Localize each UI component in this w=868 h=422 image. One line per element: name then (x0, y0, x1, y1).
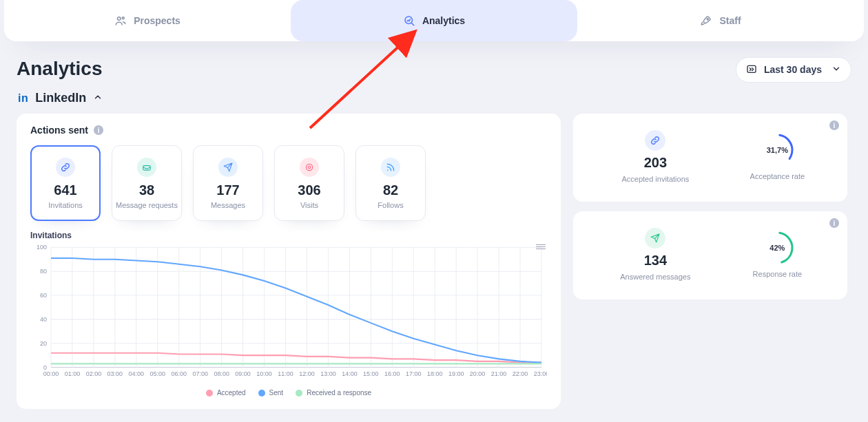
section-title: Actions sent (30, 125, 88, 136)
info-icon[interactable]: i (829, 120, 839, 130)
rss-icon (381, 158, 400, 177)
svg-text:16:00: 16:00 (384, 370, 400, 377)
svg-text:09:00: 09:00 (235, 370, 251, 377)
legend-swatch (206, 390, 213, 397)
legend-label: Accepted (217, 389, 246, 397)
date-filter-label: Last 30 days (764, 64, 822, 75)
rate-ring: 42% (759, 230, 795, 266)
info-icon[interactable]: i (829, 218, 839, 228)
svg-point-1 (122, 17, 124, 19)
legend-label: Sent (269, 389, 284, 397)
legend-swatch (258, 390, 265, 397)
chart-menu-icon[interactable] (536, 244, 546, 249)
legend-item[interactable]: Accepted (206, 389, 246, 397)
svg-text:13:00: 13:00 (320, 370, 336, 377)
rate-percent: 42% (759, 230, 795, 266)
svg-text:05:00: 05:00 (150, 370, 166, 377)
svg-text:23:00: 23:00 (534, 370, 547, 377)
rate-ring: 31,7% (759, 132, 795, 168)
kpi-label: Answered messages (620, 273, 690, 281)
tab-label: Staff (719, 15, 741, 26)
svg-text:40: 40 (40, 316, 47, 323)
stat-cards-row: 641Invitations38Message requests177Messa… (30, 145, 547, 221)
svg-point-0 (118, 17, 121, 21)
svg-text:19:00: 19:00 (448, 370, 464, 377)
stat-label: Messages (211, 201, 245, 209)
stat-label: Message requests (116, 201, 178, 209)
svg-text:03:00: 03:00 (107, 370, 123, 377)
stat-card-visits[interactable]: 306Visits (274, 145, 344, 221)
svg-text:20: 20 (40, 340, 47, 347)
svg-text:22:00: 22:00 (513, 370, 528, 377)
legend-item[interactable]: Received a response (296, 389, 371, 397)
svg-text:12:00: 12:00 (299, 370, 315, 377)
linkedin-icon: in (18, 92, 28, 105)
svg-text:11:00: 11:00 (278, 370, 293, 377)
stat-value: 177 (216, 182, 239, 198)
svg-text:100: 100 (37, 244, 47, 251)
stat-card-invitations[interactable]: 641Invitations (30, 145, 101, 221)
svg-text:07:00: 07:00 (192, 370, 208, 377)
send-icon (218, 158, 238, 177)
svg-text:21:00: 21:00 (491, 370, 507, 377)
info-icon[interactable]: i (94, 125, 103, 135)
svg-rect-4 (747, 65, 756, 72)
svg-point-8 (387, 169, 389, 171)
invitations-chart: 02040608010000:0001:0002:0003:0004:0005:… (30, 243, 547, 388)
kpi-card-answered: i134Answered messages42%Response rate (573, 211, 847, 299)
kpi-sidebar: i203Accepted invitations31,7%Acceptance … (573, 114, 847, 299)
tab-label: Analytics (422, 15, 465, 26)
legend-item[interactable]: Sent (258, 389, 284, 397)
rate-label: Acceptance rate (750, 172, 805, 180)
chart-title: Invitations (30, 231, 547, 240)
tab-label: Prospects (134, 15, 180, 26)
network-collapse-header[interactable]: in LinkedIn (18, 91, 851, 105)
date-filter-button[interactable]: Last 30 days (736, 57, 851, 83)
svg-text:02:00: 02:00 (86, 370, 102, 377)
svg-point-6 (306, 164, 312, 170)
people-icon (114, 14, 127, 27)
chevron-down-icon (831, 64, 841, 76)
svg-text:00:00: 00:00 (43, 370, 59, 377)
svg-text:20:00: 20:00 (470, 370, 486, 377)
tab-prospects[interactable]: Prospects (4, 0, 291, 41)
tab-staff[interactable]: Staff (577, 0, 864, 41)
stat-value: 641 (54, 182, 76, 198)
svg-text:60: 60 (40, 292, 47, 299)
svg-text:14:00: 14:00 (342, 370, 358, 377)
stat-value: 306 (298, 182, 320, 198)
stat-label: Visits (300, 201, 318, 209)
search-chart-icon (403, 14, 415, 27)
network-name: LinkedIn (35, 91, 86, 105)
rocket-icon (700, 14, 712, 27)
svg-point-3 (707, 19, 709, 20)
chart-legend: AcceptedSentReceived a response (30, 389, 547, 397)
stat-card-message_requests[interactable]: 38Message requests (112, 145, 182, 221)
kpi-value: 134 (644, 253, 667, 268)
rate-percent: 31,7% (759, 132, 795, 168)
legend-label: Received a response (307, 389, 371, 397)
stat-label: Invitations (48, 201, 83, 209)
chevron-up-icon (93, 91, 103, 105)
rate-label: Response rate (753, 270, 803, 278)
svg-point-7 (308, 166, 311, 169)
kpi-label: Accepted invitations (621, 175, 689, 183)
svg-text:15:00: 15:00 (363, 370, 379, 377)
kpi-value: 203 (644, 155, 667, 171)
stat-label: Follows (378, 201, 403, 209)
stat-value: 38 (139, 182, 154, 198)
svg-text:17:00: 17:00 (406, 370, 422, 377)
top-nav: Prospects Analytics Staff (4, 0, 864, 41)
actions-sent-card: Actions sent i 641Invitations38Message r… (17, 114, 561, 409)
legend-swatch (296, 390, 302, 397)
stat-card-follows[interactable]: 82Follows (355, 145, 426, 221)
svg-text:04:00: 04:00 (129, 370, 145, 377)
link-icon (645, 130, 665, 151)
link-icon (56, 158, 75, 177)
svg-text:18:00: 18:00 (427, 370, 443, 377)
svg-text:08:00: 08:00 (214, 370, 229, 377)
stat-card-messages[interactable]: 177Messages (193, 145, 263, 221)
send-icon (645, 228, 665, 249)
page-title: Analytics (17, 58, 103, 80)
tab-analytics[interactable]: Analytics (291, 0, 577, 41)
